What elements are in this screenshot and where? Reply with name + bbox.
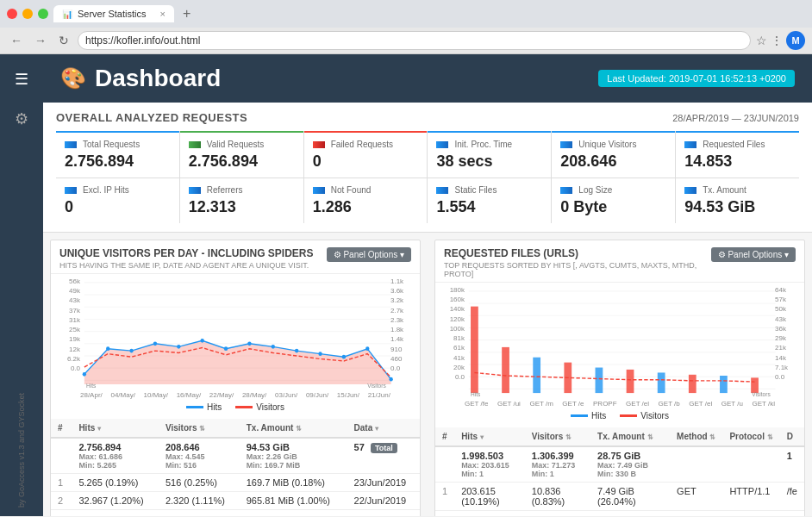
legend-hits-files-color [571, 414, 588, 417]
row2-hits: 32.967 (1.20%) [72, 492, 159, 510]
dashboard-icon: 🎨 [60, 66, 86, 90]
col-visitors[interactable]: Visitors ⇅ [525, 427, 590, 446]
col-data[interactable]: Data ▾ [347, 419, 420, 438]
summary-num [51, 438, 72, 474]
stat-value-failed-requests: 0 [313, 153, 419, 171]
sidebar-credit: by GoAccess v1.3 and GYSocket [17, 393, 26, 508]
visitors-panel-title: UNIQUE VISITORS PER DAY - INCLUDING SPID… [59, 247, 314, 259]
stat-value-init-proc-time: 38 secs [436, 153, 542, 171]
stat-label: Valid Requests [189, 140, 295, 149]
bookmark-button[interactable]: ☆ [756, 34, 767, 47]
browser-tab[interactable]: 📊 Server Statistics × [53, 5, 174, 22]
legend-visitors-files-color [620, 414, 637, 417]
svg-point-12 [153, 341, 157, 346]
row2-protocol: HTTP/1.1 [722, 511, 779, 517]
stat-card-static-files: Static Files 1.554 [428, 178, 551, 223]
stat-label: Total Requests [65, 140, 171, 149]
row2-tx: 176.8 MiB (0.60%) [590, 511, 670, 517]
col-method[interactable]: Method ⇅ [670, 427, 722, 446]
visitors-panel-options-button[interactable]: ⚙ Panel Options ▾ [327, 247, 411, 262]
svg-point-19 [318, 352, 322, 356]
visitors-chart-legend: Hits Visitors [56, 399, 415, 415]
files-panel: REQUESTED FILES (URLS) TOP REQUESTS SORT… [434, 240, 805, 516]
files-chart-area: 180k 160k 140k 120k 100k 81k 61k 41k 20k… [440, 286, 799, 398]
legend-visitors-files-label: Visitors [640, 411, 669, 420]
row1-method: GET [670, 483, 722, 511]
sidebar-menu-button[interactable]: ☰ [4, 63, 39, 96]
row1-hits: 5.265 (0.19%) [72, 474, 159, 492]
svg-rect-39 [627, 370, 634, 393]
dashboard-title-text: Dashboard [95, 65, 221, 92]
files-summary-row: 1.998.503 Max: 203.615 Min: 1 1.306.399 … [435, 446, 804, 483]
table-row: 2 104.104 (5.21%) 71.273 (5.46%) 176.8 M… [435, 511, 804, 517]
close-button[interactable] [7, 9, 17, 19]
row2-data: 22/Jun/2019 [347, 492, 420, 510]
stat-value-log-size: 0 Byte [560, 198, 666, 216]
legend-hits-files-label: Hits [591, 411, 606, 420]
summary-visitors: 1.306.399 Max: 71.273 Min: 1 [525, 446, 590, 483]
col-hits[interactable]: Hits ▾ [454, 427, 525, 446]
dashboard-title: 🎨 Dashboard [60, 65, 221, 92]
address-input[interactable] [78, 31, 751, 50]
back-button[interactable]: ← [7, 32, 26, 49]
reload-button[interactable]: ↻ [55, 32, 72, 49]
legend-visitors: Visitors [235, 402, 284, 412]
col-tx[interactable]: Tx. Amount ⇅ [590, 427, 670, 446]
visitors-chart-area: 56k 49k 43k 37k 31k 25k 19k 12k 6.2k 0.0 [56, 277, 415, 389]
sidebar-settings-button[interactable]: ⚙ [4, 103, 39, 135]
row2-visitors: 2.320 (1.11%) [159, 492, 240, 510]
col-tx[interactable]: Tx. Amount ⇅ [240, 419, 347, 438]
col-d[interactable]: D [780, 427, 804, 446]
files-panel-subtitle: TOP REQUESTS SORTED BY HITS [, AVGTS, CU… [444, 261, 711, 278]
legend-visitors-label: Visitors [256, 402, 284, 412]
files-panel-options-button[interactable]: ⚙ Panel Options ▾ [711, 247, 796, 262]
table-row: 1 203.615 (10.19%) 10.836 (0.83%) 7.49 G… [435, 483, 804, 511]
col-visitors[interactable]: Visitors ⇅ [159, 419, 240, 438]
visitors-table-body: 2.756.894 Max: 61.686 Min: 5.265 208.646… [51, 438, 420, 510]
stat-label: Unique Visitors [560, 140, 666, 149]
summary-method [670, 446, 722, 483]
maximize-button[interactable] [38, 9, 48, 19]
stat-value-valid-requests: 2.756.894 [189, 153, 295, 171]
stat-label: Static Files [436, 185, 542, 195]
row1-visitors: 10.836 (0.83%) [525, 483, 590, 511]
stat-card-total-requests: Total Requests 2.756.894 [56, 131, 179, 178]
col-num[interactable]: # [51, 419, 72, 438]
stats-section: OVERALL ANALYZED REQUESTS 28/APR/2019 — … [43, 103, 812, 233]
visitors-panel-subtitle: HITS HAVING THE SAME IP, DATE AND AGENT … [59, 261, 314, 270]
stat-value-referrers: 12.313 [189, 198, 295, 216]
stats-grid: Total Requests 2.756.894 Valid Requests … [56, 131, 799, 223]
files-chart-x-labels: GET /fe GET /ui GET /m GET /e PROPF GET … [440, 400, 799, 408]
svg-text:Hits: Hits [86, 382, 97, 388]
svg-rect-35 [502, 347, 509, 393]
row1-tx: 169.7 MiB (0.18%) [240, 474, 347, 492]
forward-button[interactable]: → [31, 32, 50, 49]
menu-button[interactable]: ⋮ [771, 34, 783, 47]
tab-close-button[interactable]: × [160, 9, 166, 19]
stat-value-requested-files: 14.853 [684, 153, 790, 171]
row1-num: 1 [51, 474, 72, 492]
minimize-button[interactable] [22, 9, 33, 19]
row1-num: 1 [435, 483, 454, 511]
stat-value-excl-ip-hits: 0 [65, 198, 171, 216]
stat-card-referrers: Referrers 12.313 [180, 178, 303, 223]
stat-card-excl-ip-hits: Excl. IP Hits 0 [56, 178, 179, 223]
new-tab-button[interactable]: + [179, 6, 194, 22]
visitors-chart-container: 56k 49k 43k 37k 31k 25k 19k 12k 6.2k 0.0 [51, 274, 420, 419]
legend-visitors-files: Visitors [620, 411, 669, 420]
visitors-panel-title-block: UNIQUE VISITORS PER DAY - INCLUDING SPID… [59, 247, 314, 270]
tab-icon: 📊 [62, 9, 72, 19]
svg-point-14 [200, 339, 203, 343]
user-avatar[interactable]: M [786, 31, 805, 50]
col-num[interactable]: # [435, 427, 454, 446]
summary-hits: 1.998.503 Max: 203.615 Min: 1 [454, 446, 525, 483]
summary-tx: 28.75 GiB Max: 7.49 GiB Min: 330 B [590, 446, 670, 483]
col-protocol[interactable]: Protocol ⇅ [722, 427, 779, 446]
stat-label: Failed Requests [313, 140, 419, 149]
col-hits[interactable]: Hits ▾ [72, 419, 159, 438]
row2-visitors: 71.273 (5.46%) [525, 511, 590, 517]
main-content: 🎨 Dashboard Last Updated: 2019-07-01 16:… [43, 54, 812, 516]
visitors-table-header-row: # Hits ▾ Visitors ⇅ Tx. Amount ⇅ Data ▾ [51, 419, 420, 438]
visitors-table-head: # Hits ▾ Visitors ⇅ Tx. Amount ⇅ Data ▾ [51, 419, 420, 438]
svg-point-22 [389, 377, 392, 382]
